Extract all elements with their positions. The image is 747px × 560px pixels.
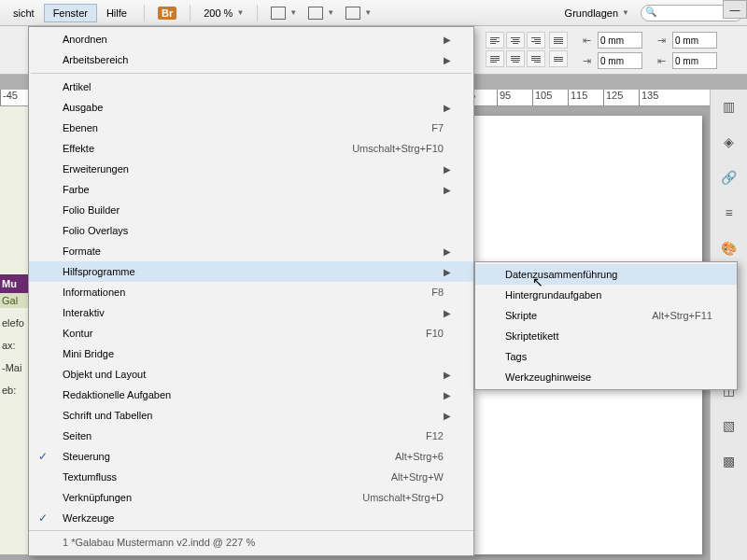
menu-item-label: Arbeitsbereich — [63, 54, 128, 65]
menu-item-label: Interaktiv — [63, 307, 105, 318]
submenu-arrow-icon: ▶ — [444, 35, 451, 45]
ruler-tick: 105 — [532, 90, 552, 106]
align-right-button[interactable] — [527, 32, 545, 49]
submenu-item[interactable]: Hintergrundaufgaben — [475, 285, 737, 305]
color-panel-icon[interactable]: 🎨 — [718, 239, 740, 258]
indent-right-input[interactable] — [672, 32, 717, 49]
pages-panel-icon[interactable]: ▥ — [718, 97, 740, 116]
layers-panel-icon[interactable]: ◈ — [718, 133, 740, 151]
menu-item[interactable]: Anordnen▶ — [29, 29, 473, 49]
menu-item[interactable]: TextumflussAlt+Strg+W — [29, 467, 473, 487]
menu-item[interactable]: ✓Werkzeuge — [29, 508, 473, 528]
contact-labels-fragment: elefoax:-Maieb: — [0, 308, 28, 405]
menu-item[interactable]: Redaktionelle Aufgaben▶ — [29, 385, 473, 405]
menu-item[interactable]: VerknüpfungenUmschalt+Strg+D — [29, 487, 473, 508]
menu-item-label: Steuerung — [63, 451, 110, 462]
indent-right-icon: ⇥ — [654, 33, 669, 48]
menu-item[interactable]: Hilfsprogramme▶ — [29, 261, 473, 282]
submenu-item[interactable]: Datenzusammenführung — [475, 264, 737, 285]
zoom-level[interactable]: 200 %▼ — [198, 6, 249, 21]
menubar: sicht Fenster Hilfe Br 200 %▼ ▼ ▼ ▼ Grun… — [0, 0, 747, 26]
view-options[interactable]: ▼ — [265, 5, 303, 21]
align-away-spine-button[interactable] — [549, 50, 568, 67]
ruler-tick: -45 — [0, 90, 18, 106]
menu-item[interactable]: EffekteUmschalt+Strg+F10 — [29, 138, 473, 159]
menu-item[interactable]: Folio Overlays — [29, 220, 473, 241]
indent-column-1: ⇤ ⇥ — [579, 32, 642, 69]
submenu-arrow-icon: ▶ — [444, 411, 451, 421]
menu-item[interactable]: Folio Builder — [29, 200, 473, 220]
menu-item[interactable]: EbenenF7 — [29, 118, 473, 138]
submenu-arrow-icon: ▶ — [444, 55, 451, 65]
menu-item[interactable]: InformationenF8 — [29, 282, 473, 302]
window-minimize-button[interactable]: — — [723, 0, 747, 19]
indent-left-input[interactable] — [598, 32, 642, 49]
menu-item[interactable]: Artikel — [29, 77, 473, 97]
menu-item-shortcut: Umschalt+Strg+D — [362, 492, 451, 503]
menu-item-label: Effekte — [63, 143, 94, 154]
panel-icon-11[interactable]: ▩ — [718, 452, 740, 470]
indent-last-input[interactable] — [672, 52, 717, 69]
menu-item-shortcut: F7 — [431, 122, 451, 133]
menu-item[interactable]: Mini Bridge — [29, 343, 473, 364]
menu-item[interactable]: KonturF10 — [29, 323, 473, 343]
menu-item-label: Artikel — [63, 81, 92, 92]
submenu-item[interactable]: SkripteAlt+Strg+F11 — [475, 305, 737, 326]
panel-icon-10[interactable]: ▧ — [718, 416, 740, 435]
submenu-item[interactable]: Tags — [475, 346, 737, 367]
submenu-item-label: Hintergrundaufgaben — [505, 289, 601, 301]
align-center-button[interactable] — [506, 32, 525, 49]
justify-center-button[interactable] — [506, 50, 525, 67]
menu-item-shortcut: F8 — [431, 287, 451, 298]
headline-fragment: Mu — [0, 274, 28, 293]
bridge-button[interactable]: Br — [152, 5, 182, 21]
submenu-arrow-icon: ▶ — [444, 164, 451, 175]
indent-last-icon: ⇤ — [654, 53, 669, 68]
menu-item[interactable]: Arbeitsbereich▶ — [29, 49, 473, 70]
align-left-button[interactable] — [486, 32, 504, 49]
menu-view[interactable]: sicht — [4, 4, 44, 22]
arrange-documents[interactable]: ▼ — [340, 5, 377, 21]
left-page-fragment: Mu Gal elefoax:-Maieb: — [0, 106, 28, 554]
menu-item[interactable]: Formate▶ — [29, 241, 473, 261]
menu-item[interactable]: SeitenF12 — [29, 426, 473, 446]
menu-item-label: Seiten — [63, 430, 92, 441]
indent-left-icon: ⇤ — [579, 33, 594, 48]
workspace-switcher[interactable]: Grundlagen▼ — [559, 6, 635, 21]
menu-item-label: Schrift und Tabellen — [63, 410, 152, 421]
menu-item[interactable]: ✓SteuerungAlt+Strg+6 — [29, 446, 473, 467]
menu-item[interactable]: Interaktiv▶ — [29, 302, 473, 323]
stroke-panel-icon[interactable]: ≡ — [718, 203, 740, 222]
justify-left-button[interactable] — [486, 50, 504, 67]
arrange-icon — [345, 7, 360, 20]
menu-item-label: Farbe — [63, 184, 90, 195]
menu-item-label: Anordnen — [63, 34, 107, 45]
submenu-item-label: Skripte — [505, 310, 537, 321]
menu-item[interactable]: Ausgabe▶ — [29, 97, 473, 118]
menu-item-label: Verknüpfungen — [63, 492, 132, 503]
submenu-item-label: Datenzusammenführung — [505, 269, 617, 280]
screen-mode[interactable]: ▼ — [303, 5, 340, 21]
links-panel-icon[interactable]: 🔗 — [718, 168, 740, 187]
submenu-item[interactable]: Werkzeughinweise — [475, 367, 737, 387]
menu-item[interactable]: Schrift und Tabellen▶ — [29, 405, 473, 426]
justify-right-button[interactable] — [527, 50, 545, 67]
menu-item[interactable]: Erweiterungen▶ — [29, 159, 473, 179]
menu-item[interactable]: Objekt und Layout▶ — [29, 364, 473, 385]
menu-item-label: Folio Overlays — [63, 225, 128, 236]
menu-open-document[interactable]: 1 *Galabau Mustermann v2.indd @ 227 % — [29, 530, 473, 553]
submenu-arrow-icon: ▶ — [444, 267, 451, 277]
submenu-item[interactable]: Skriptetikett — [475, 326, 737, 346]
menu-window[interactable]: Fenster — [44, 4, 97, 22]
paragraph-align-group — [486, 32, 545, 67]
justify-group — [549, 32, 568, 67]
utilities-submenu: DatenzusammenführungHintergrundaufgabenS… — [474, 261, 738, 390]
submenu-item-label: Tags — [505, 351, 527, 362]
menu-help[interactable]: Hilfe — [97, 4, 136, 22]
justify-all-button[interactable] — [549, 32, 568, 49]
indent-first-input[interactable] — [598, 52, 642, 69]
menu-item-label: Textumfluss — [63, 471, 117, 483]
menu-item[interactable]: Farbe▶ — [29, 179, 473, 200]
submenu-item-label: Werkzeughinweise — [505, 371, 591, 383]
ruler-tick: 95 — [497, 90, 511, 106]
